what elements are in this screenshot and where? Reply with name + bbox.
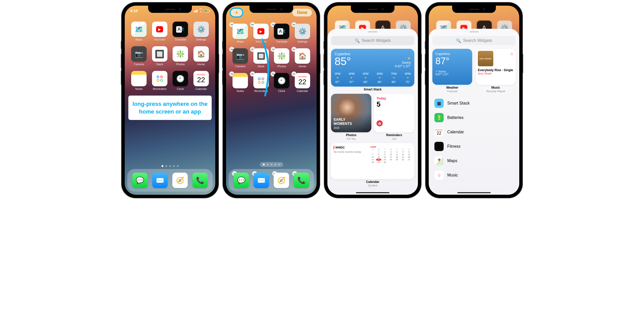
battery-icon: [204, 10, 210, 12]
phone-2: + Done 🗺️Maps ▶YouTube A文Translate ⚙️Set…: [223, 3, 320, 198]
app-notes[interactable]: Notes: [231, 73, 250, 92]
dock: 💬 ✉️ 🧭 📞: [229, 169, 314, 192]
search-widgets-input[interactable]: 🔍 Search Widgets: [432, 36, 516, 45]
maps-icon: 📍: [434, 156, 444, 165]
home-screen[interactable]: 6:19 🗺️Maps ▶YouTube A文Translate ⚙️Setti…: [125, 6, 215, 195]
app-maps[interactable]: 🗺️Maps: [129, 22, 149, 41]
batt-icon: 🔋: [434, 113, 444, 122]
app-maps[interactable]: 🗺️Maps: [231, 24, 250, 43]
sun-icon: ☀︎: [435, 70, 438, 73]
phone-4: 🗺️▶A⚙️ 🔍 Search Widgets Cupertino 87° ☀︎…: [426, 3, 522, 198]
app-slack[interactable]: 🔲Slack: [252, 48, 271, 68]
widget-row-cal[interactable]: Monday22Calendar: [432, 125, 516, 139]
widget-sheet[interactable]: 🔍 Search Widgets Cupertino 87° ☀︎ Sunny …: [429, 29, 519, 195]
sheet-grabber[interactable]: [469, 31, 479, 32]
search-icon: 🔍: [456, 38, 461, 43]
dock-safari[interactable]: 🧭: [172, 173, 188, 188]
sheet-grabber[interactable]: [368, 31, 377, 32]
cal-icon: Monday22: [434, 127, 444, 137]
photos-widget[interactable]: EARLYMOMENTS2018: [331, 94, 371, 132]
widget-gallery-stack: 🗺️▶A⚙️ 🔍 Search Widgets Cupertino 85° ☀︎…: [327, 6, 418, 195]
app-slack[interactable]: 🔲Slack: [150, 46, 169, 66]
fit-icon: ◎: [434, 142, 444, 151]
search-icon: 🔍: [355, 38, 360, 43]
weather-widget-small[interactable]: Cupertino 87° ☀︎ Sunny H:87° L:57°: [432, 49, 472, 85]
smart-stack-label: Smart Stack: [331, 88, 414, 91]
notch: [249, 6, 293, 13]
signal-icon: [194, 10, 198, 12]
music-widget-small[interactable]: AMY SHARK ♫ Everybody Rise - Single Amy …: [476, 49, 516, 85]
app-calendar[interactable]: Monday22Calendar: [192, 71, 211, 90]
app-settings[interactable]: ⚙️Settings: [192, 22, 211, 41]
dock-mail[interactable]: ✉️: [152, 173, 168, 188]
app-grid: 🗺️Maps ▶YouTube A文Translate ⚙️Settings 📷…: [125, 22, 215, 90]
app-clock[interactable]: 🕙Clock: [171, 71, 190, 90]
app-photos[interactable]: ❇️Photos: [171, 46, 190, 66]
widget-row-batt[interactable]: 🔋Batteries: [432, 110, 516, 125]
dock-messages[interactable]: 💬: [234, 173, 249, 188]
app-reminders[interactable]: Reminders: [252, 73, 271, 92]
widget-gallery-list: 🗺️▶A⚙️ 🔍 Search Widgets Cupertino 87° ☀︎…: [429, 6, 519, 195]
widget-row-music[interactable]: ♫Music: [432, 168, 516, 182]
dock-safari[interactable]: 🧭: [274, 173, 289, 188]
dock: 💬 ✉️ 🧭 📞: [127, 169, 213, 192]
music-icon: ♫: [510, 51, 513, 56]
stack-icon: ▦: [434, 99, 444, 108]
dock-mail[interactable]: ✉️: [254, 173, 269, 188]
app-clock[interactable]: 🕙Clock: [272, 73, 291, 92]
app-home[interactable]: 🏠Home: [192, 46, 211, 66]
music-icon: ♫: [434, 171, 444, 180]
widget-row-fit[interactable]: ◎Fitness: [432, 139, 516, 154]
app-translate[interactable]: A文Translate: [272, 24, 291, 43]
app-settings[interactable]: ⚙️Settings: [293, 24, 312, 43]
notch: [452, 6, 496, 13]
app-camera[interactable]: 📷Camera: [231, 48, 250, 68]
app-photos[interactable]: ❇️Photos: [272, 48, 291, 68]
phone-3: 🗺️▶A⚙️ 🔍 Search Widgets Cupertino 85° ☀︎…: [324, 3, 421, 198]
instruction-overlay: long-press anywhere on the home screen o…: [128, 96, 212, 120]
done-button[interactable]: Done: [292, 9, 312, 16]
dock-messages[interactable]: 💬: [132, 173, 148, 188]
page-indicator[interactable]: [125, 165, 215, 167]
page-indicator[interactable]: [260, 162, 283, 167]
notch: [351, 6, 395, 13]
app-home[interactable]: 🏠Home: [293, 48, 312, 68]
home-screen-edit[interactable]: + Done 🗺️Maps ▶YouTube A文Translate ⚙️Set…: [226, 6, 317, 195]
sun-icon: ☀︎: [395, 56, 411, 61]
dock-phone[interactable]: 📞: [294, 173, 309, 188]
weather-widget[interactable]: Cupertino 85° ☀︎ Sunny H:87° L:57° 3PM☀︎…: [331, 49, 414, 87]
widget-list: ▦Smart Stack🔋BatteriesMonday22Calendar◎F…: [432, 96, 516, 182]
calendar-widget[interactable]: WWDC No more events today JUNE SMTWTFS12…: [331, 143, 414, 179]
dock-phone[interactable]: 📞: [192, 173, 208, 188]
home-icon: 🏠: [377, 120, 383, 126]
hourly-forecast: 3PM☀︎87°4PM☀︎87°5PM☀︎86°6PM☀︎84°7PM☀︎80°…: [335, 72, 411, 83]
app-camera[interactable]: 📷Camera: [129, 46, 149, 66]
app-youtube[interactable]: ▶YouTube: [150, 22, 169, 41]
home-indicator[interactable]: [457, 192, 491, 193]
phone-1: 6:19 🗺️Maps ▶YouTube A文Translate ⚙️Setti…: [122, 3, 218, 198]
notch: [148, 6, 192, 13]
widget-sheet[interactable]: 🔍 Search Widgets Cupertino 85° ☀︎ Sunny …: [327, 29, 418, 195]
reminders-widget[interactable]: Today 5 🏠: [374, 94, 414, 132]
app-calendar[interactable]: Monday22Calendar: [293, 73, 312, 92]
status-time: 6:19: [130, 9, 138, 13]
app-grid-edit: 🗺️Maps ▶YouTube A文Translate ⚙️Settings 📷…: [226, 24, 317, 92]
search-widgets-input[interactable]: 🔍 Search Widgets: [331, 36, 414, 45]
home-indicator[interactable]: [356, 192, 389, 193]
wifi-icon: [199, 9, 203, 12]
app-translate[interactable]: A文Translate: [171, 22, 190, 41]
add-widget-button[interactable]: +: [231, 9, 242, 16]
widget-row-stack[interactable]: ▦Smart Stack: [432, 96, 516, 110]
app-youtube[interactable]: ▶YouTube: [252, 24, 271, 43]
widget-row-maps[interactable]: 📍Maps: [432, 154, 516, 168]
app-notes[interactable]: Notes: [129, 71, 149, 90]
album-cover: AMY SHARK: [478, 51, 493, 66]
app-reminders[interactable]: Reminders: [150, 71, 169, 90]
